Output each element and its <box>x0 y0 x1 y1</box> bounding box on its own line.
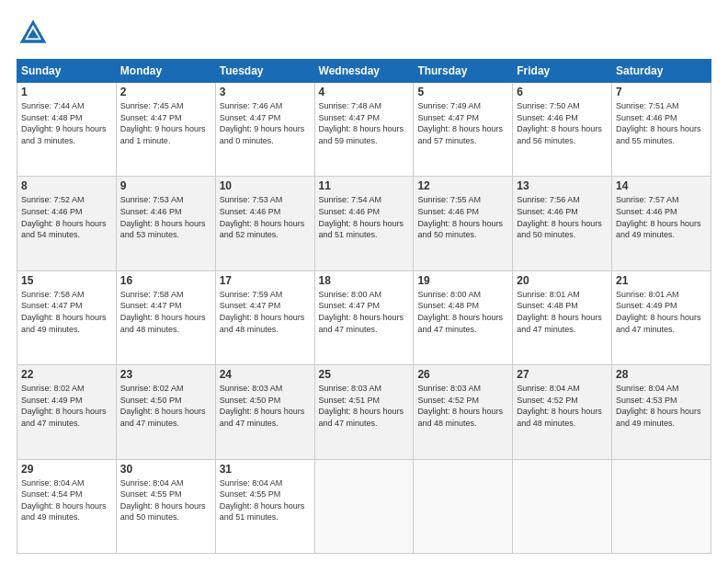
day-number: 17 <box>220 274 311 287</box>
calendar-day-cell: 27Sunrise: 8:04 AMSunset: 4:52 PMDayligh… <box>513 365 612 459</box>
day-number: 18 <box>319 274 410 287</box>
calendar-day-cell: 3Sunrise: 7:46 AMSunset: 4:47 PMDaylight… <box>215 83 314 177</box>
weekday-header: Saturday <box>612 60 711 83</box>
day-number: 10 <box>220 179 311 192</box>
day-number: 27 <box>517 368 608 381</box>
calendar-day-cell: 23Sunrise: 8:02 AMSunset: 4:50 PMDayligh… <box>116 365 215 459</box>
day-detail: Sunrise: 7:57 AMSunset: 4:46 PMDaylight:… <box>616 195 701 239</box>
day-number: 3 <box>220 86 311 98</box>
weekday-header: Thursday <box>414 60 513 83</box>
day-detail: Sunrise: 7:54 AMSunset: 4:46 PMDaylight:… <box>319 195 404 239</box>
calendar-day-cell: 24Sunrise: 8:03 AMSunset: 4:50 PMDayligh… <box>215 365 314 459</box>
day-detail: Sunrise: 7:53 AMSunset: 4:46 PMDaylight:… <box>120 195 206 239</box>
day-number: 7 <box>616 86 707 98</box>
day-detail: Sunrise: 7:45 AMSunset: 4:47 PMDaylight:… <box>120 101 206 145</box>
day-detail: Sunrise: 7:52 AMSunset: 4:46 PMDaylight:… <box>21 195 107 239</box>
calendar-day-cell: 26Sunrise: 8:03 AMSunset: 4:52 PMDayligh… <box>414 365 513 459</box>
logo-icon <box>17 17 50 50</box>
calendar-day-cell: 20Sunrise: 8:01 AMSunset: 4:48 PMDayligh… <box>513 270 612 364</box>
weekday-header: Tuesday <box>215 60 314 83</box>
weekday-header: Friday <box>513 60 612 83</box>
day-number: 5 <box>417 86 508 98</box>
day-number: 25 <box>319 368 410 381</box>
day-detail: Sunrise: 8:04 AMSunset: 4:52 PMDaylight:… <box>517 384 602 428</box>
calendar-day-cell: 10Sunrise: 7:53 AMSunset: 4:46 PMDayligh… <box>215 177 314 270</box>
day-detail: Sunrise: 7:58 AMSunset: 4:47 PMDaylight:… <box>21 290 107 334</box>
calendar-day-cell: 2Sunrise: 7:45 AMSunset: 4:47 PMDaylight… <box>116 83 215 177</box>
day-number: 31 <box>220 463 311 476</box>
day-detail: Sunrise: 8:04 AMSunset: 4:54 PMDaylight:… <box>21 478 107 523</box>
calendar-day-cell: 6Sunrise: 7:50 AMSunset: 4:46 PMDaylight… <box>513 83 612 177</box>
calendar-week-row: 22Sunrise: 8:02 AMSunset: 4:49 PMDayligh… <box>17 365 711 459</box>
day-number: 26 <box>417 368 508 381</box>
calendar-table: SundayMondayTuesdayWednesdayThursdayFrid… <box>17 59 711 554</box>
calendar-day-cell: 21Sunrise: 8:01 AMSunset: 4:49 PMDayligh… <box>612 270 711 364</box>
calendar-day-cell: 11Sunrise: 7:54 AMSunset: 4:46 PMDayligh… <box>314 177 414 270</box>
calendar-day-cell: 9Sunrise: 7:53 AMSunset: 4:46 PMDaylight… <box>116 177 215 270</box>
day-detail: Sunrise: 8:02 AMSunset: 4:50 PMDaylight:… <box>120 384 206 428</box>
day-detail: Sunrise: 7:53 AMSunset: 4:46 PMDaylight:… <box>220 195 305 239</box>
day-number: 2 <box>120 86 211 98</box>
calendar-week-row: 1Sunrise: 7:44 AMSunset: 4:48 PMDaylight… <box>17 83 711 177</box>
day-detail: Sunrise: 7:58 AMSunset: 4:47 PMDaylight:… <box>120 290 206 334</box>
calendar-day-cell <box>513 459 612 553</box>
calendar-day-cell: 15Sunrise: 7:58 AMSunset: 4:47 PMDayligh… <box>17 270 117 364</box>
day-number: 30 <box>120 463 211 476</box>
calendar-day-cell <box>414 459 513 553</box>
weekday-header-row: SundayMondayTuesdayWednesdayThursdayFrid… <box>17 60 711 83</box>
day-number: 11 <box>319 179 410 192</box>
calendar-week-row: 15Sunrise: 7:58 AMSunset: 4:47 PMDayligh… <box>17 270 711 364</box>
calendar-day-cell: 31Sunrise: 8:04 AMSunset: 4:55 PMDayligh… <box>215 459 314 553</box>
calendar-day-cell: 4Sunrise: 7:48 AMSunset: 4:47 PMDaylight… <box>314 83 414 177</box>
weekday-header: Wednesday <box>314 60 414 83</box>
calendar-week-row: 29Sunrise: 8:04 AMSunset: 4:54 PMDayligh… <box>17 459 711 553</box>
day-number: 9 <box>120 179 211 192</box>
day-detail: Sunrise: 7:48 AMSunset: 4:47 PMDaylight:… <box>319 101 404 145</box>
day-number: 28 <box>616 368 707 381</box>
logo <box>17 17 55 50</box>
day-number: 29 <box>21 463 112 476</box>
calendar-day-cell: 16Sunrise: 7:58 AMSunset: 4:47 PMDayligh… <box>116 270 215 364</box>
day-detail: Sunrise: 8:03 AMSunset: 4:51 PMDaylight:… <box>319 384 404 428</box>
day-detail: Sunrise: 7:59 AMSunset: 4:47 PMDaylight:… <box>220 290 305 334</box>
day-detail: Sunrise: 7:51 AMSunset: 4:46 PMDaylight:… <box>616 101 701 145</box>
calendar-day-cell: 13Sunrise: 7:56 AMSunset: 4:46 PMDayligh… <box>513 177 612 270</box>
day-number: 4 <box>319 86 410 98</box>
calendar-day-cell: 12Sunrise: 7:55 AMSunset: 4:46 PMDayligh… <box>414 177 513 270</box>
day-detail: Sunrise: 7:44 AMSunset: 4:48 PMDaylight:… <box>21 101 107 145</box>
calendar-day-cell: 30Sunrise: 8:04 AMSunset: 4:55 PMDayligh… <box>116 459 215 553</box>
day-number: 19 <box>417 274 508 287</box>
day-detail: Sunrise: 8:00 AMSunset: 4:47 PMDaylight:… <box>319 290 404 334</box>
day-number: 16 <box>120 274 211 287</box>
calendar-day-cell: 28Sunrise: 8:04 AMSunset: 4:53 PMDayligh… <box>612 365 711 459</box>
day-number: 1 <box>21 86 112 98</box>
day-detail: Sunrise: 8:00 AMSunset: 4:48 PMDaylight:… <box>417 290 503 334</box>
day-detail: Sunrise: 7:56 AMSunset: 4:46 PMDaylight:… <box>517 195 602 239</box>
day-detail: Sunrise: 8:02 AMSunset: 4:49 PMDaylight:… <box>21 384 107 428</box>
page: SundayMondayTuesdayWednesdayThursdayFrid… <box>0 0 728 563</box>
day-number: 8 <box>21 179 112 192</box>
calendar-day-cell: 7Sunrise: 7:51 AMSunset: 4:46 PMDaylight… <box>612 83 711 177</box>
day-number: 14 <box>616 179 707 192</box>
day-detail: Sunrise: 7:50 AMSunset: 4:46 PMDaylight:… <box>517 101 602 145</box>
day-detail: Sunrise: 8:01 AMSunset: 4:48 PMDaylight:… <box>517 290 602 334</box>
calendar-day-cell: 29Sunrise: 8:04 AMSunset: 4:54 PMDayligh… <box>17 459 117 553</box>
calendar-week-row: 8Sunrise: 7:52 AMSunset: 4:46 PMDaylight… <box>17 177 711 270</box>
calendar-day-cell: 8Sunrise: 7:52 AMSunset: 4:46 PMDaylight… <box>17 177 117 270</box>
weekday-header: Monday <box>116 60 215 83</box>
day-detail: Sunrise: 7:46 AMSunset: 4:47 PMDaylight:… <box>220 101 305 145</box>
calendar-day-cell: 19Sunrise: 8:00 AMSunset: 4:48 PMDayligh… <box>414 270 513 364</box>
day-number: 21 <box>616 274 707 287</box>
calendar-day-cell: 17Sunrise: 7:59 AMSunset: 4:47 PMDayligh… <box>215 270 314 364</box>
day-detail: Sunrise: 7:55 AMSunset: 4:46 PMDaylight:… <box>417 195 503 239</box>
header <box>17 17 711 50</box>
day-detail: Sunrise: 8:03 AMSunset: 4:50 PMDaylight:… <box>220 384 305 428</box>
day-detail: Sunrise: 8:01 AMSunset: 4:49 PMDaylight:… <box>616 290 701 334</box>
calendar-day-cell: 14Sunrise: 7:57 AMSunset: 4:46 PMDayligh… <box>612 177 711 270</box>
day-detail: Sunrise: 8:04 AMSunset: 4:55 PMDaylight:… <box>220 478 305 523</box>
calendar-day-cell <box>314 459 414 553</box>
day-number: 6 <box>517 86 608 98</box>
calendar-day-cell: 25Sunrise: 8:03 AMSunset: 4:51 PMDayligh… <box>314 365 414 459</box>
calendar-day-cell <box>612 459 711 553</box>
day-number: 15 <box>21 274 112 287</box>
